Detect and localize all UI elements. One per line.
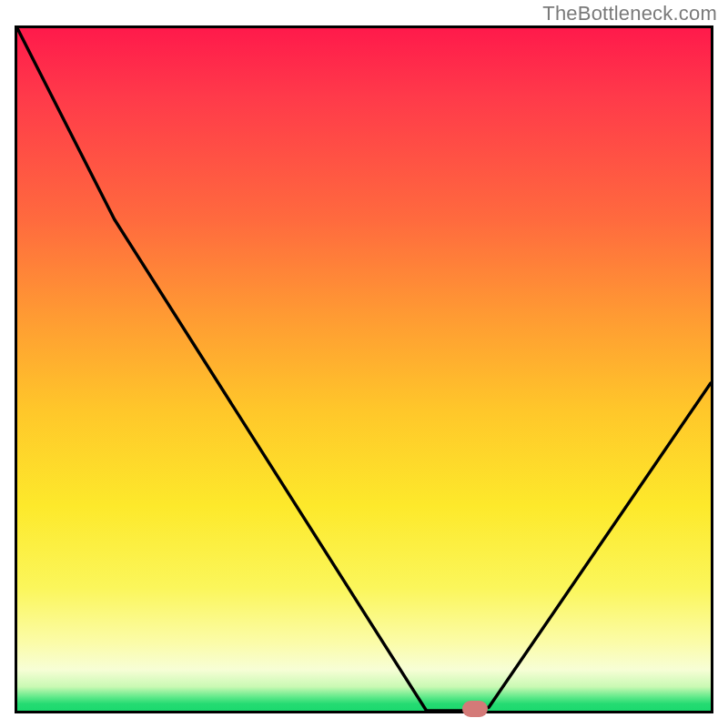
- optimum-marker: [462, 701, 488, 717]
- watermark-text: TheBottleneck.com: [542, 2, 717, 25]
- plot-frame: [15, 25, 713, 713]
- bottleneck-curve: [17, 28, 711, 711]
- chart-container: TheBottleneck.com: [0, 0, 728, 728]
